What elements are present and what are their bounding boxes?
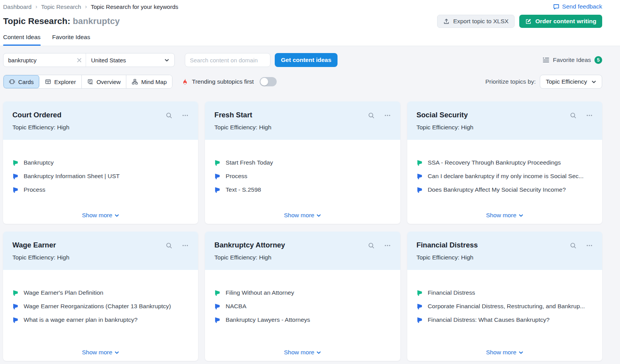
tab-content-ideas[interactable]: Content Ideas bbox=[3, 34, 41, 46]
upload-icon bbox=[443, 18, 450, 24]
topic-efficiency: Topic Efficiency: High bbox=[214, 124, 271, 131]
idea-item[interactable]: Financial Distress: What Causes Bankrupt… bbox=[417, 316, 593, 323]
show-more-button[interactable]: Show more bbox=[82, 349, 119, 356]
idea-item[interactable]: Start Fresh Today bbox=[214, 159, 391, 166]
country-select[interactable]: United States bbox=[86, 53, 174, 67]
clear-icon[interactable] bbox=[77, 58, 82, 63]
view-tab-mindmap[interactable]: Mind Map bbox=[126, 75, 172, 88]
idea-item[interactable]: What is a wage earner plan in bankruptcy… bbox=[12, 316, 189, 323]
tab-favorite-ideas[interactable]: Favorite Ideas bbox=[52, 34, 90, 46]
export-xlsx-button[interactable]: Export topic to XLSX bbox=[437, 15, 515, 28]
idea-item-label: Process bbox=[24, 186, 45, 193]
idea-item[interactable]: Can I declare bankruptcy if my only inco… bbox=[417, 173, 593, 180]
megaphone-icon bbox=[12, 173, 19, 180]
trending-toggle[interactable] bbox=[260, 77, 277, 86]
idea-item[interactable]: Bankruptcy Information Sheet | UST bbox=[12, 173, 189, 180]
view-tab-overview[interactable]: Overview bbox=[82, 75, 127, 88]
show-more-button[interactable]: Show more bbox=[82, 212, 119, 219]
topic-card-financial-distress: Financial Distress Topic Efficiency: Hig… bbox=[407, 232, 602, 361]
chevron-down-icon bbox=[316, 213, 321, 218]
megaphone-icon bbox=[214, 303, 221, 310]
cards-icon bbox=[9, 79, 15, 85]
card-menu-icon[interactable] bbox=[384, 112, 391, 131]
card-menu-icon[interactable] bbox=[182, 112, 189, 131]
view-tab-cards[interactable]: Cards bbox=[3, 75, 40, 88]
view-tab-cards-label: Cards bbox=[18, 79, 34, 85]
card-menu-icon[interactable] bbox=[586, 112, 593, 131]
show-more-button[interactable]: Show more bbox=[284, 212, 321, 219]
send-feedback-link[interactable]: Send feedback bbox=[553, 3, 602, 10]
megaphone-icon bbox=[12, 187, 19, 193]
card-title: Wage Earner bbox=[12, 241, 69, 249]
keyword-input[interactable] bbox=[8, 57, 77, 64]
megaphone-icon bbox=[417, 317, 423, 323]
card-title: Court Ordered bbox=[12, 111, 69, 119]
idea-item-label: NACBA bbox=[226, 303, 246, 310]
breadcrumb-link-topic-research[interactable]: Topic Research bbox=[41, 3, 81, 10]
tab-bar: Content Ideas Favorite Ideas bbox=[3, 34, 90, 46]
card-menu-icon[interactable] bbox=[182, 242, 189, 261]
idea-item[interactable]: Corporate Financial Distress, Restructur… bbox=[417, 303, 593, 310]
show-more-button[interactable]: Show more bbox=[486, 349, 523, 356]
megaphone-icon bbox=[12, 303, 19, 310]
export-xlsx-label: Export topic to XLSX bbox=[453, 18, 508, 25]
megaphone-icon bbox=[417, 187, 423, 193]
chevron-down-icon bbox=[518, 350, 524, 355]
idea-item[interactable]: Wage Earner's Plan Definition bbox=[12, 289, 189, 296]
order-content-writing-button[interactable]: Order content writing bbox=[519, 15, 602, 28]
card-search-icon[interactable] bbox=[570, 112, 577, 131]
chevron-down-icon bbox=[164, 58, 169, 63]
idea-item[interactable]: SSA - Recovery Through Bankruptcy Procee… bbox=[417, 159, 593, 166]
card-title: Financial Distress bbox=[417, 241, 478, 249]
favorite-ideas-button[interactable]: Favorite Ideas 5 bbox=[542, 56, 602, 64]
idea-item[interactable]: NACBA bbox=[214, 303, 391, 310]
topic-card-wage-earner: Wage Earner Topic Efficiency: High Wage … bbox=[3, 232, 198, 361]
show-more-button[interactable]: Show more bbox=[486, 212, 523, 219]
idea-item-label: Financial Distress bbox=[428, 289, 475, 296]
prioritize-select[interactable]: Topic Efficiency bbox=[540, 75, 602, 89]
chat-icon bbox=[553, 3, 560, 10]
page-title-prefix: Topic Research: bbox=[3, 16, 70, 26]
view-tab-explorer-label: Explorer bbox=[54, 79, 76, 85]
card-search-icon[interactable] bbox=[368, 242, 375, 261]
card-search-icon[interactable] bbox=[570, 242, 577, 261]
show-more-label: Show more bbox=[82, 212, 112, 219]
idea-item[interactable]: Process bbox=[214, 173, 391, 180]
idea-item[interactable]: Financial Distress bbox=[417, 289, 593, 296]
prioritize-label: Prioritize topics by: bbox=[485, 78, 536, 85]
idea-item[interactable]: Bankruptcy bbox=[12, 159, 189, 166]
megaphone-icon bbox=[417, 290, 423, 296]
domain-search-input[interactable] bbox=[185, 53, 270, 67]
chevron-down-icon bbox=[316, 350, 321, 355]
idea-item-label: Financial Distress: What Causes Bankrupt… bbox=[428, 316, 549, 323]
card-menu-icon[interactable] bbox=[384, 242, 391, 261]
idea-item[interactable]: Filing Without an Attorney bbox=[214, 289, 391, 296]
idea-item-label: SSA - Recovery Through Bankruptcy Procee… bbox=[428, 159, 561, 166]
favorites-count-badge: 5 bbox=[594, 56, 602, 64]
view-tab-explorer[interactable]: Explorer bbox=[40, 75, 82, 88]
card-search-icon[interactable] bbox=[165, 242, 172, 261]
chevron-down-icon bbox=[114, 213, 119, 218]
topic-card-fresh-start: Fresh Start Topic Efficiency: High Start… bbox=[205, 101, 400, 224]
topic-efficiency: Topic Efficiency: High bbox=[214, 254, 285, 261]
idea-item[interactable]: Bankruptcy Lawyers - Attorneys bbox=[214, 316, 391, 323]
get-content-ideas-button[interactable]: Get content ideas bbox=[275, 53, 338, 67]
page-title-keyword: bankruptcy bbox=[73, 16, 120, 26]
topic-efficiency: Topic Efficiency: High bbox=[417, 124, 474, 131]
idea-item[interactable]: Process bbox=[12, 186, 189, 193]
show-more-button[interactable]: Show more bbox=[284, 349, 321, 356]
idea-item-label: Wage Earner's Plan Definition bbox=[24, 289, 103, 296]
breadcrumb-separator-icon: › bbox=[85, 3, 87, 10]
breadcrumb-link-dashboard[interactable]: Dashboard bbox=[3, 3, 31, 10]
megaphone-icon bbox=[12, 317, 19, 323]
megaphone-icon bbox=[417, 160, 423, 166]
idea-item[interactable]: Does Bankruptcy Affect My Social Securit… bbox=[417, 186, 593, 193]
idea-item[interactable]: Wage Earner Reorganizations (Chapter 13 … bbox=[12, 303, 189, 310]
card-search-icon[interactable] bbox=[368, 112, 375, 131]
card-search-icon[interactable] bbox=[165, 112, 172, 131]
card-menu-icon[interactable] bbox=[586, 242, 593, 261]
idea-item-label: Filing Without an Attorney bbox=[226, 289, 294, 296]
idea-item[interactable]: Text - S.2598 bbox=[214, 186, 391, 193]
chevron-down-icon bbox=[591, 79, 596, 84]
idea-item-label: Bankruptcy Information Sheet | UST bbox=[24, 173, 120, 180]
